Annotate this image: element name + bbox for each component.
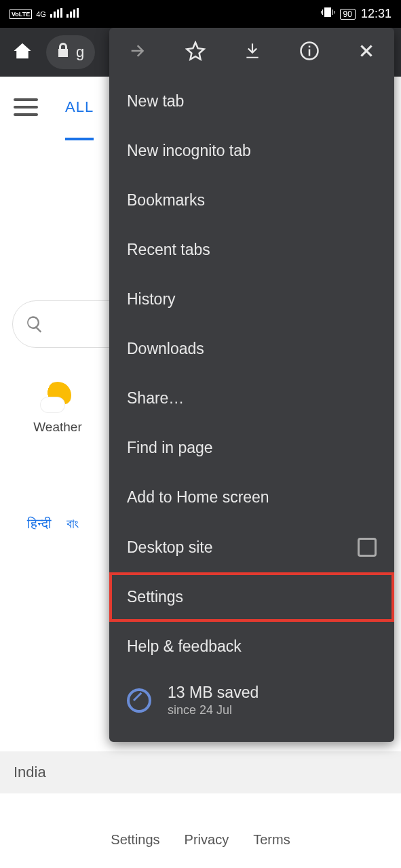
menu-new-tab[interactable]: New tab [109, 77, 394, 126]
menu-new-incognito[interactable]: New incognito tab [109, 126, 394, 176]
lang-hindi[interactable]: हिन्दी [27, 516, 52, 532]
forward-icon[interactable] [128, 41, 147, 63]
menu-help[interactable]: Help & feedback [109, 622, 394, 671]
footer-settings[interactable]: Settings [111, 832, 159, 848]
url-bar[interactable]: g [46, 35, 95, 69]
menu-settings[interactable]: Settings [109, 572, 394, 622]
url-text: g [76, 43, 84, 61]
menu-recent-tabs[interactable]: Recent tabs [109, 225, 394, 275]
volte-icon: VoLTE [9, 9, 32, 19]
menu-bookmarks[interactable]: Bookmarks [109, 176, 394, 225]
menu-downloads[interactable]: Downloads [109, 324, 394, 374]
menu-add-home[interactable]: Add to Home screen [109, 473, 394, 522]
data-saver-icon [127, 688, 151, 713]
star-icon[interactable] [185, 41, 206, 64]
lock-icon [57, 43, 69, 62]
footer-terms[interactable]: Terms [253, 832, 290, 848]
footer-links: Settings Privacy Terms [0, 832, 401, 848]
desktop-site-checkbox[interactable] [358, 538, 377, 557]
search-icon [25, 315, 44, 334]
data-saver-title: 13 MB saved [168, 684, 259, 702]
footer-privacy[interactable]: Privacy [185, 832, 229, 848]
tab-all[interactable]: ALL [65, 98, 94, 140]
download-icon[interactable] [244, 41, 261, 63]
lang-bengali[interactable]: বাং [66, 516, 79, 532]
menu-history[interactable]: History [109, 275, 394, 324]
weather-icon [44, 382, 71, 409]
menu-find-in-page[interactable]: Find in page [109, 423, 394, 473]
menu-desktop-site[interactable]: Desktop site [109, 522, 394, 572]
menu-share[interactable]: Share… [109, 374, 394, 423]
home-icon[interactable] [12, 41, 33, 64]
close-icon[interactable] [358, 42, 375, 62]
info-icon[interactable] [299, 41, 320, 64]
weather-shortcut[interactable]: Weather [20, 382, 95, 435]
location-label: India [0, 751, 401, 793]
data-saver-subtitle: since 24 Jul [168, 703, 259, 717]
network-indicator: 4G [36, 10, 46, 18]
menu-data-saver[interactable]: 13 MB saved since 24 Jul [109, 671, 394, 730]
overflow-menu: New tab New incognito tab Bookmarks Rece… [109, 28, 394, 742]
status-bar: VoLTE 4G 90 12:31 [0, 0, 401, 28]
hamburger-icon[interactable] [14, 98, 38, 116]
weather-label: Weather [20, 420, 95, 435]
signal-icon-2 [66, 7, 79, 21]
battery-indicator: 90 [340, 9, 356, 20]
signal-icon [50, 7, 62, 21]
clock: 12:31 [361, 7, 392, 21]
vibrate-icon [321, 6, 335, 22]
